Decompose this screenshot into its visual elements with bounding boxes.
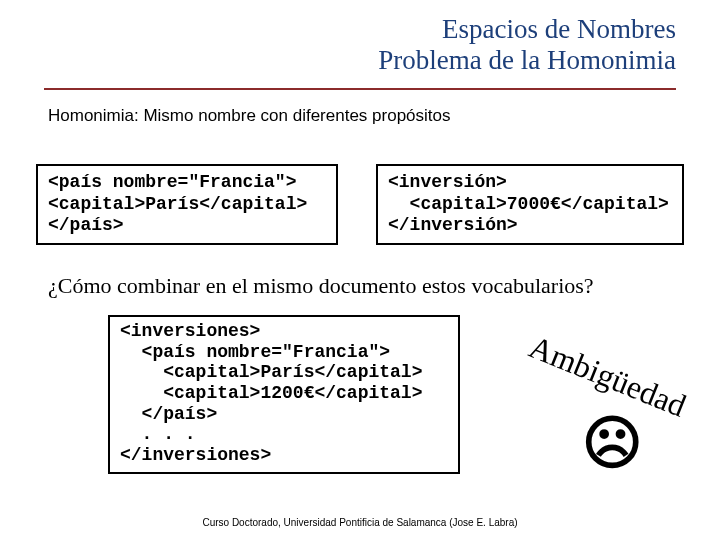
code-row: <país nombre="Francia"> <capital>París</…: [36, 164, 720, 245]
question-text: ¿Cómo combinar en el mismo documento est…: [48, 273, 720, 299]
code-box-combined: <inversiones> <país nombre="Francia"> <c…: [108, 315, 460, 474]
title-underline: [44, 88, 676, 90]
slide-footer: Curso Doctorado, Universidad Pontificia …: [0, 517, 720, 528]
subtitle: Homonimia: Mismo nombre con diferentes p…: [48, 106, 720, 126]
sad-face-icon: ☹: [582, 414, 642, 472]
code-box-pais: <país nombre="Francia"> <capital>París</…: [36, 164, 338, 245]
title-line-2: Problema de la Homonimia: [0, 45, 676, 76]
title-line-1: Espacios de Nombres: [0, 14, 676, 45]
code-box-inversion: <inversión> <capital>7000€</capital> </i…: [376, 164, 684, 245]
slide-title-block: Espacios de Nombres Problema de la Homon…: [0, 0, 720, 82]
